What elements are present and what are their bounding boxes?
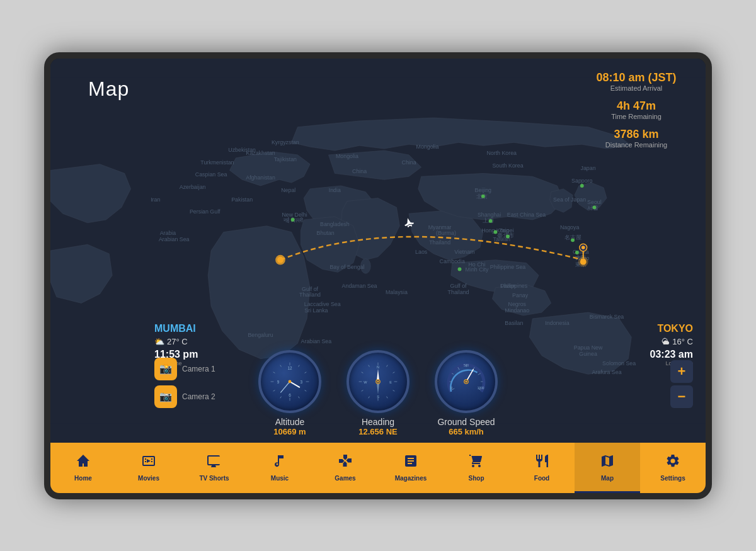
- svg-text:Kyrgyzstan: Kyrgyzstan: [272, 139, 299, 145]
- svg-point-82: [493, 230, 497, 234]
- svg-line-107: [280, 365, 282, 366]
- zoom-out-button[interactable]: −: [670, 385, 693, 408]
- svg-point-81: [506, 234, 510, 238]
- time-remaining: 4h 47m: [580, 99, 693, 113]
- svg-text:China: China: [402, 159, 416, 165]
- nav-magazines[interactable]: Magazines: [378, 443, 444, 493]
- svg-line-112: [290, 382, 299, 387]
- svg-text:Thailand: Thailand: [429, 239, 450, 246]
- svg-text:Nagoya: Nagoya: [560, 224, 580, 230]
- food-icon: [534, 453, 549, 472]
- svg-text:Cambodia: Cambodia: [440, 258, 465, 264]
- tokyo-name: TOKYO: [611, 323, 693, 334]
- home-icon: [76, 453, 91, 472]
- altitude-gauge: 12 3 6 9 Alti: [258, 350, 321, 436]
- svg-point-86: [580, 184, 584, 188]
- svg-text:Guinea: Guinea: [579, 350, 597, 356]
- nav-food[interactable]: Food: [509, 443, 575, 493]
- nav-map-label: Map: [601, 475, 614, 482]
- svg-text:Bhutan: Bhutan: [317, 230, 335, 236]
- svg-text:Bangladesh: Bangladesh: [320, 220, 350, 227]
- svg-text:Thailand: Thailand: [448, 288, 469, 295]
- camera-1-button[interactable]: 📸 Camera 1: [154, 358, 215, 380]
- svg-line-97: [299, 365, 300, 366]
- magazines-icon: [403, 453, 418, 472]
- svg-text:Philippine Sea: Philippine Sea: [490, 264, 526, 270]
- tokyo-temp: 16° C: [672, 337, 693, 346]
- nav-shop[interactable]: Shop: [444, 443, 509, 493]
- tokyo-weather: 🌥 16° C: [611, 337, 693, 346]
- svg-line-123: [362, 390, 364, 391]
- heading-gauge: N E S W Heading 12: [346, 350, 410, 436]
- svg-line-116: [387, 365, 388, 366]
- time-remaining-block: 4h 47m Time Remaining: [580, 99, 693, 120]
- svg-line-100: [305, 390, 307, 391]
- nav-movies[interactable]: Movies: [116, 443, 181, 493]
- movies-icon: [141, 453, 156, 472]
- svg-text:Bengaluru: Bengaluru: [248, 332, 273, 338]
- nav-music-label: Music: [271, 475, 289, 482]
- settings-icon: [665, 453, 680, 472]
- svg-text:Sea of Japan: Sea of Japan: [553, 196, 586, 202]
- svg-line-104: [273, 390, 275, 391]
- svg-text:Gulf of: Gulf of: [450, 282, 467, 288]
- nav-games[interactable]: Games: [312, 443, 378, 493]
- camera-1-icon: 📸: [154, 358, 177, 380]
- svg-text:Panay: Panay: [512, 292, 529, 298]
- svg-line-103: [280, 396, 282, 398]
- heading-value: 12.656 NE: [358, 427, 397, 436]
- ground-speed-value: 665 km/h: [449, 427, 484, 436]
- svg-line-125: [362, 372, 364, 373]
- distance-remaining: 3786 km: [580, 128, 693, 141]
- zoom-in-button[interactable]: +: [670, 360, 693, 383]
- nav-map[interactable]: Map: [575, 443, 640, 493]
- heading-gauge-circle: N E S W: [346, 350, 410, 413]
- nav-settings-label: Settings: [660, 475, 685, 482]
- mumbai-temp: 27° C: [167, 337, 188, 346]
- svg-text:Iran: Iran: [151, 196, 160, 202]
- nav-tv-shorts[interactable]: TV Shorts: [181, 443, 247, 493]
- nav-settings[interactable]: Settings: [640, 443, 706, 493]
- svg-text:Luzon: Luzon: [500, 282, 515, 288]
- mumbai-name: MUMBAI: [154, 323, 236, 334]
- camera-2-label: Camera 2: [182, 392, 215, 401]
- svg-point-87: [571, 238, 575, 242]
- music-icon: [272, 453, 287, 472]
- svg-text:Afghanistan: Afghanistan: [246, 174, 275, 181]
- svg-text:0: 0: [450, 387, 452, 390]
- ground-speed-label: Ground Speed: [437, 417, 495, 427]
- svg-point-88: [575, 251, 579, 254]
- nav-food-label: Food: [534, 475, 549, 482]
- svg-text:Sapporo: Sapporo: [571, 178, 592, 184]
- ground-speed-gauge-circle: 0 500 1000: [435, 350, 498, 413]
- altitude-gauge-circle: 12 3 6 9: [258, 350, 321, 413]
- games-icon: [338, 453, 353, 472]
- svg-text:Laccadive Sea: Laccadive Sea: [304, 301, 341, 307]
- nav-movies-label: Movies: [138, 475, 159, 482]
- nav-home-label: Home: [74, 475, 92, 482]
- svg-text:Nepal: Nepal: [281, 186, 295, 193]
- svg-text:9: 9: [277, 380, 280, 384]
- svg-text:Malaysia: Malaysia: [386, 288, 408, 295]
- svg-line-122: [369, 396, 370, 398]
- bottom-nav: Home Movies TV Shorts Music: [50, 443, 706, 493]
- nav-music[interactable]: Music: [247, 443, 312, 493]
- svg-text:China: China: [352, 168, 367, 174]
- zoom-buttons: + −: [670, 360, 693, 408]
- map-icon: [600, 453, 615, 472]
- nav-home[interactable]: Home: [50, 443, 116, 493]
- distance-remaining-block: 3786 km Distance Remaining: [580, 128, 693, 149]
- svg-text:South Korea: South Korea: [492, 162, 523, 168]
- svg-point-85: [592, 205, 596, 209]
- svg-text:Mindanao: Mindanao: [505, 307, 529, 314]
- arrival-label: Estimated Arrival: [580, 84, 693, 92]
- svg-point-93: [581, 246, 585, 249]
- svg-text:Azerbaijan: Azerbaijan: [180, 183, 206, 190]
- svg-text:East China Sea: East China Sea: [507, 212, 546, 218]
- camera-2-button[interactable]: 📷 Camera 2: [154, 385, 215, 408]
- svg-text:6: 6: [289, 393, 291, 397]
- svg-text:Thailand: Thailand: [299, 291, 321, 297]
- svg-line-101: [299, 396, 300, 398]
- heading-label: Heading: [362, 417, 394, 427]
- svg-point-114: [289, 380, 292, 383]
